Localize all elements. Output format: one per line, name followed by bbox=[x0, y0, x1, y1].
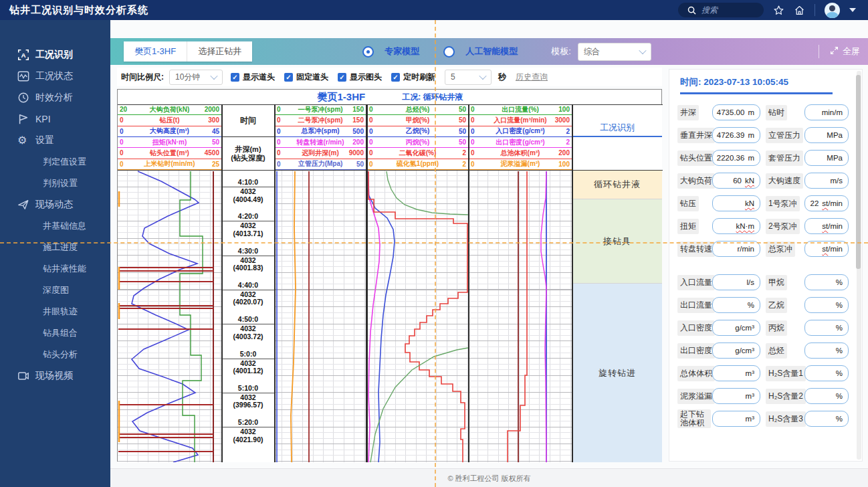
avatar[interactable] bbox=[825, 3, 840, 18]
field-input[interactable]: st/min bbox=[804, 241, 849, 257]
field-input[interactable]: 4735.00m bbox=[712, 104, 760, 120]
checkbox-0[interactable]: ✓显示道头 bbox=[231, 72, 275, 83]
search-box[interactable]: 搜索 bbox=[678, 3, 764, 17]
scale-max: 50 bbox=[449, 128, 468, 135]
field-unit: r/min bbox=[737, 245, 754, 253]
field-input[interactable]: MPa bbox=[804, 127, 849, 143]
sidebar-item-4[interactable]: ⚙设置 bbox=[0, 130, 110, 151]
paper-plane-icon bbox=[17, 199, 35, 211]
refresh-interval-value: 5 bbox=[451, 72, 455, 82]
chevron-down-icon[interactable] bbox=[849, 8, 856, 12]
sidebar-item-2[interactable]: 时效分析 bbox=[0, 87, 110, 108]
field-row: 总体体积m³H₂S含量1% bbox=[677, 365, 855, 382]
sidebar-item-13[interactable]: 钻具组合 bbox=[0, 322, 110, 344]
sidebar-item-10[interactable]: 钻井液性能 bbox=[0, 258, 110, 280]
sidebar: A工况识别工况状态时效分析KPI⚙设置判定值设置判别设置现场动态井基础信息施工进… bbox=[0, 20, 110, 487]
field-input[interactable]: % bbox=[804, 388, 849, 404]
field-input[interactable]: g/cm³ bbox=[712, 320, 760, 336]
sidebar-item-14[interactable]: 钻头分析 bbox=[0, 344, 110, 365]
field-row: 出口密度g/cm³总烃% bbox=[677, 342, 855, 359]
checkbox-2[interactable]: ✓显示图头 bbox=[338, 72, 382, 83]
history-query-link[interactable]: 历史查询 bbox=[516, 72, 548, 83]
chevron-down-icon bbox=[210, 72, 217, 80]
field-input[interactable]: kN·m bbox=[712, 218, 760, 234]
recognition-section-1: 接钻具 bbox=[572, 199, 662, 283]
realtime-panel: 时间: 2023-07-13 10:05:45 井深4735.00m钻时min/… bbox=[669, 69, 863, 462]
timescale-select[interactable]: 10分钟 bbox=[169, 70, 223, 85]
field-input[interactable]: m³ bbox=[712, 411, 760, 427]
ai-model-label[interactable]: 人工智能模型 bbox=[465, 45, 518, 58]
sidebar-item-1[interactable]: 工况状态 bbox=[0, 66, 110, 87]
sidebar-item-label: 现场动态 bbox=[35, 199, 73, 211]
field-input[interactable]: 2220.36m bbox=[712, 150, 760, 166]
field-input[interactable]: m³ bbox=[712, 388, 760, 404]
field-input[interactable]: 22st/min bbox=[804, 195, 849, 211]
field-input[interactable]: % bbox=[804, 411, 849, 427]
sidebar-item-7[interactable]: 现场动态 bbox=[0, 194, 110, 215]
sidebar-item-8[interactable]: 井基础信息 bbox=[0, 215, 110, 237]
field-input[interactable]: kN bbox=[712, 195, 760, 211]
expert-model-radio[interactable] bbox=[362, 46, 374, 58]
sidebar-item-0[interactable]: A工况识别 bbox=[0, 44, 110, 66]
checkbox-1[interactable]: ✓固定道头 bbox=[284, 72, 328, 83]
field-row: 泥浆溢漏m³H₂S含量2% bbox=[677, 387, 855, 405]
sidebar-item-3[interactable]: KPI bbox=[0, 108, 110, 130]
field-input[interactable]: % bbox=[712, 297, 760, 313]
star-icon[interactable] bbox=[773, 5, 784, 16]
field-unit: % bbox=[836, 324, 843, 332]
field-input[interactable]: min/m bbox=[804, 104, 849, 120]
field-row: 钻头位置2220.36m套管压力MPa bbox=[677, 149, 855, 167]
field-label: 起下钻池体积 bbox=[677, 409, 712, 428]
fullscreen-button[interactable]: 全屏 bbox=[819, 45, 860, 58]
field-input[interactable]: % bbox=[804, 297, 849, 313]
sidebar-item-6[interactable]: 判别设置 bbox=[0, 173, 110, 194]
field-input[interactable]: % bbox=[804, 274, 849, 290]
fullscreen-label: 全屏 bbox=[843, 45, 860, 58]
field-value: 4735.00 bbox=[717, 108, 745, 116]
sidebar-item-15[interactable]: 现场视频 bbox=[0, 365, 110, 387]
field-input[interactable]: 60kN bbox=[712, 173, 760, 189]
field-input[interactable]: % bbox=[804, 320, 849, 336]
expert-model-label[interactable]: 专家模型 bbox=[385, 45, 419, 58]
series-track3-magenta bbox=[368, 171, 380, 462]
field-label: 1号泵冲 bbox=[766, 196, 804, 211]
field-row: 出口流量%乙烷% bbox=[677, 296, 855, 314]
scrollbar-thumb[interactable] bbox=[856, 75, 861, 269]
field-input[interactable]: g/cm³ bbox=[712, 343, 760, 359]
field-label: 入口密度 bbox=[677, 320, 712, 336]
select-well-button[interactable]: 选择正钻井 bbox=[187, 41, 252, 62]
sidebar-item-12[interactable]: 井眼轨迹 bbox=[0, 301, 110, 322]
scale-min: 0 bbox=[275, 138, 294, 146]
column-separator bbox=[572, 104, 573, 462]
field-label-text: 垂直井深 bbox=[677, 128, 715, 143]
refresh-interval-select[interactable]: 5 bbox=[445, 70, 492, 85]
field-unit: % bbox=[836, 278, 843, 286]
template-select[interactable]: 综合 bbox=[578, 43, 651, 61]
home-icon[interactable] bbox=[794, 5, 805, 16]
field-input[interactable]: MPa bbox=[804, 150, 849, 166]
checkbox-3[interactable]: ✓定时刷新 bbox=[391, 72, 435, 83]
field-input[interactable]: % bbox=[804, 343, 849, 359]
column-separator bbox=[468, 104, 469, 462]
field-input[interactable]: st/min bbox=[804, 218, 849, 234]
field-input[interactable]: l/s bbox=[712, 274, 760, 290]
curve-name: 总烃(%) bbox=[387, 105, 449, 114]
sidebar-item-9[interactable]: 施工进度 bbox=[0, 237, 110, 258]
sidebar-item-11[interactable]: 深度图 bbox=[0, 280, 110, 301]
sidebar-item-5[interactable]: 判定值设置 bbox=[0, 151, 110, 173]
checkbox-check-icon: ✓ bbox=[338, 73, 346, 82]
svg-text:A: A bbox=[21, 52, 25, 59]
well-tab[interactable]: 樊页1-3HF bbox=[124, 41, 187, 62]
scale-min: 0 bbox=[367, 106, 387, 113]
ai-model-radio[interactable] bbox=[443, 46, 455, 58]
scale-min: 0 bbox=[469, 106, 488, 113]
panel-scrollbar[interactable] bbox=[857, 71, 861, 460]
field-input[interactable]: m/s bbox=[804, 173, 849, 189]
field-input[interactable]: m³ bbox=[712, 365, 760, 381]
curve-scale-row: 0甲烷(%)50 bbox=[367, 115, 468, 126]
field-input[interactable]: r/min bbox=[712, 241, 760, 257]
field-unit: kN bbox=[745, 177, 754, 185]
field-input[interactable]: 4726.39m bbox=[712, 127, 760, 143]
gear-icon: ⚙ bbox=[17, 135, 35, 146]
field-input[interactable]: % bbox=[804, 365, 849, 381]
